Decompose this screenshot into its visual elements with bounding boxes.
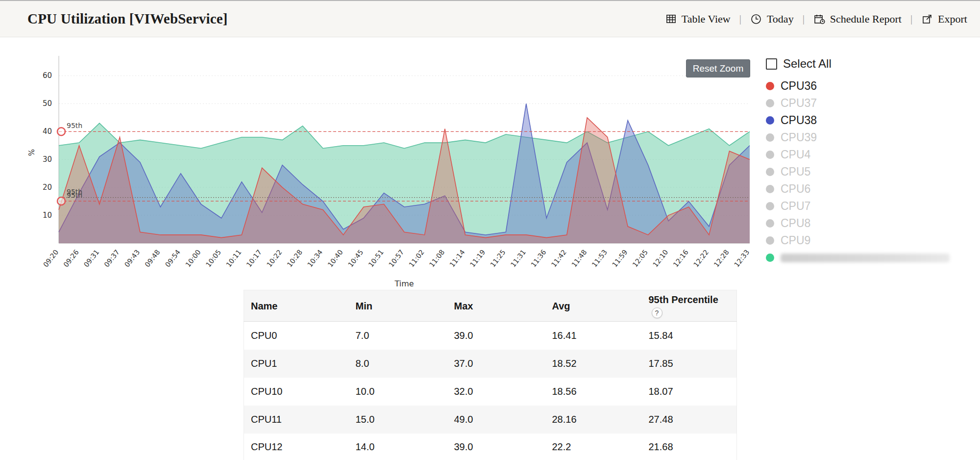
today-label: Today — [767, 13, 794, 26]
column-header-label: 95th Percentile — [649, 294, 718, 306]
chart-legend: Select All CPU36CPU37CPU38CPU39CPU4CPU5C… — [766, 57, 977, 266]
table-cell: 22.2 — [545, 434, 642, 460]
legend-dot — [766, 116, 774, 125]
x-tick-label: 10:00 — [184, 248, 202, 269]
header-divider: | — [738, 13, 742, 25]
threshold-label: 95th — [67, 122, 82, 129]
table-icon — [665, 13, 677, 25]
x-tick-label: 09:26 — [62, 248, 80, 269]
x-tick-label: 11:14 — [448, 248, 466, 269]
legend-item-cpu5[interactable]: CPU5 — [766, 163, 977, 180]
legend-label: CPU38 — [781, 114, 817, 127]
top-bar: CPU Utilization [VIWebService] Table Vie… — [0, 0, 980, 37]
y-tick-label: 50 — [43, 99, 52, 108]
table-row: CPU1115.049.028.1627.48 — [244, 406, 737, 434]
column-header-95th-percentile: 95th Percentile? — [642, 290, 737, 322]
table-view-label: Table View — [682, 13, 731, 26]
x-tick-label: 11:02 — [407, 248, 425, 269]
table-view-button[interactable]: Table View — [665, 13, 731, 26]
table-cell: CPU11 — [244, 406, 349, 434]
today-button[interactable]: Today — [750, 13, 794, 26]
select-all[interactable]: Select All — [766, 57, 977, 71]
table-cell: 18.56 — [545, 378, 642, 406]
legend-item-cpu39[interactable]: CPU39 — [766, 129, 977, 146]
x-tick-label: 12:16 — [671, 248, 690, 269]
legend-item-cpu6[interactable]: CPU6 — [766, 180, 977, 198]
x-tick-label: 12:05 — [631, 248, 649, 269]
table-cell: 8.0 — [349, 350, 447, 378]
select-all-label: Select All — [783, 57, 832, 71]
cpu-utilization-chart[interactable]: 10203040506095th95th95th09:2009:2609:310… — [0, 42, 764, 297]
table-cell: 49.0 — [447, 406, 545, 434]
schedule-report-icon — [813, 13, 825, 25]
header-divider: | — [802, 13, 806, 25]
legend-list: CPU36CPU37CPU38CPU39CPU4CPU5CPU6CPU7CPU8… — [766, 77, 977, 266]
y-tick-label: 10 — [43, 211, 52, 220]
column-header-name: Name — [244, 290, 349, 322]
legend-item-cpu8[interactable]: CPU8 — [766, 215, 977, 232]
x-tick-label: 10:17 — [245, 248, 263, 269]
x-tick-label: 09:54 — [164, 248, 182, 269]
table-cell: 39.0 — [447, 434, 545, 460]
table-cell: 39.0 — [447, 322, 545, 350]
legend-item-cpu37[interactable]: CPU37 — [766, 95, 977, 112]
legend-item-cpu9[interactable]: CPU9 — [766, 232, 977, 249]
column-header-max: Max — [447, 290, 545, 322]
schedule-report-button[interactable]: Schedule Report — [813, 13, 902, 26]
clock-icon — [750, 13, 762, 25]
legend-label: CPU7 — [781, 200, 810, 213]
schedule-report-label: Schedule Report — [830, 13, 902, 26]
x-tick-label: 10:34 — [306, 248, 324, 269]
x-tick-label: 11:53 — [590, 248, 609, 269]
legend-dot — [766, 133, 774, 142]
x-tick-label: 12:22 — [692, 248, 710, 269]
legend-dot — [766, 82, 774, 90]
x-tick-label: 11:42 — [550, 248, 568, 269]
table-row: CPU07.039.016.4115.84 — [244, 322, 737, 350]
x-tick-label: 11:48 — [570, 248, 588, 269]
table-cell: 16.41 — [545, 322, 642, 350]
legend-label: CPU4 — [781, 148, 810, 161]
column-header-avg: Avg — [545, 290, 642, 322]
x-tick-label: 09:20 — [42, 248, 60, 269]
legend-label-redacted — [781, 254, 950, 262]
legend-item-cpu4[interactable]: CPU4 — [766, 146, 977, 163]
legend-dot — [766, 185, 774, 193]
table-cell: CPU10 — [244, 378, 349, 406]
table-cell: 28.16 — [545, 406, 642, 434]
stats-table-section: NameMinMaxAvg95th Percentile? CPU07.039.… — [244, 290, 736, 460]
table-cell: 15.0 — [349, 406, 447, 434]
table-cell: 37.0 — [447, 350, 545, 378]
x-tick-label: 10:05 — [204, 248, 222, 269]
legend-dot — [766, 99, 774, 107]
legend-item-cpu38[interactable]: CPU38 — [766, 112, 977, 129]
x-tick-label: 11:19 — [468, 248, 487, 269]
x-tick-label: 11:59 — [611, 248, 629, 269]
page: CPU Utilization [VIWebService] Table Vie… — [0, 0, 980, 460]
x-tick-label: 10:51 — [367, 248, 385, 269]
column-header-min: Min — [349, 290, 447, 322]
table-row: CPU1214.039.022.221.68 — [244, 434, 737, 460]
y-tick-label: 20 — [43, 183, 52, 192]
x-tick-label: 09:31 — [82, 248, 100, 269]
legend-item-redacted[interactable] — [766, 249, 977, 266]
help-icon[interactable]: ? — [652, 307, 662, 318]
legend-item-cpu36[interactable]: CPU36 — [766, 77, 977, 95]
export-button[interactable]: Export — [921, 13, 967, 26]
threshold-label: 95th — [67, 191, 82, 199]
y-tick-label: 60 — [43, 71, 52, 80]
legend-item-cpu7[interactable]: CPU7 — [766, 198, 977, 215]
table-row: CPU1010.032.018.5618.07 — [244, 378, 737, 406]
x-tick-label: 12:10 — [651, 248, 669, 269]
select-all-checkbox[interactable] — [766, 58, 777, 70]
table-cell: 21.68 — [642, 434, 737, 460]
table-cell: 10.0 — [349, 378, 447, 406]
page-title: CPU Utilization [VIWebService] — [27, 11, 228, 27]
legend-label: CPU36 — [781, 79, 817, 93]
threshold-marker — [57, 197, 65, 205]
x-tick-label: 11:36 — [529, 248, 548, 269]
x-tick-label: 10:40 — [326, 248, 344, 269]
legend-label: CPU5 — [781, 165, 810, 179]
reset-zoom-button[interactable]: Reset Zoom — [686, 59, 750, 77]
table-cell: CPU12 — [244, 434, 349, 460]
